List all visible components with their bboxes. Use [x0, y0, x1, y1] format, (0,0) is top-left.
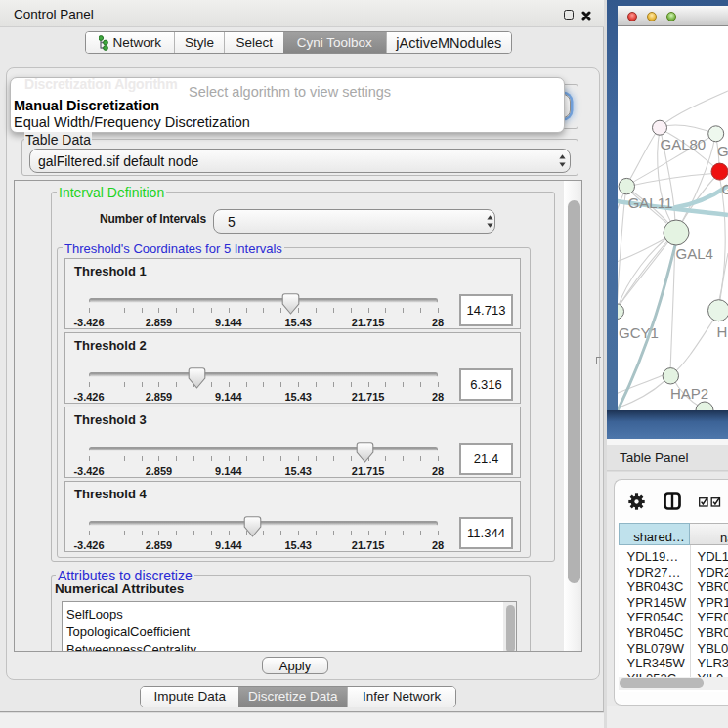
svg-text:GAL80: GAL80 — [661, 136, 707, 152]
svg-text:GA: GA — [717, 143, 728, 159]
svg-text:GCY1: GCY1 — [619, 324, 659, 341]
svg-text:GAL11: GAL11 — [628, 194, 673, 211]
svg-text:G: G — [722, 181, 728, 197]
svg-text:H: H — [717, 323, 728, 340]
svg-text:GAL4: GAL4 — [676, 245, 713, 262]
svg-text:HAP2: HAP2 — [670, 385, 708, 402]
